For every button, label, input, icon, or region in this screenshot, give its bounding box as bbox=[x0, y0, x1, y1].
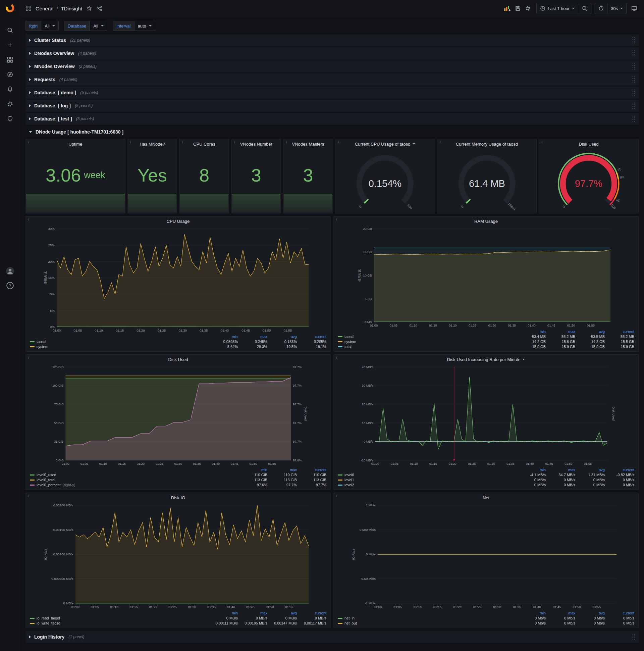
legend-header-max[interactable]: max bbox=[546, 468, 576, 472]
legend-header-max[interactable]: max bbox=[546, 611, 576, 615]
panel-title[interactable]: Uptime bbox=[26, 139, 125, 149]
legend-header-avg[interactable]: avg bbox=[576, 468, 605, 472]
breadcrumb-folder[interactable]: General bbox=[36, 6, 53, 11]
share-dashboard-button[interactable] bbox=[94, 3, 104, 13]
user-avatar[interactable] bbox=[6, 267, 14, 277]
legend-header-max[interactable]: max bbox=[238, 611, 268, 615]
panel-title[interactable]: Disk Used Increasing Rate per Minute bbox=[334, 355, 638, 364]
variable-database-label[interactable]: Database bbox=[64, 21, 90, 31]
add-panel-button[interactable] bbox=[502, 3, 513, 14]
panel-title[interactable]: CPU Usage bbox=[26, 216, 330, 226]
zoom-out-time-button[interactable] bbox=[578, 3, 591, 14]
variable-database-value[interactable]: All bbox=[90, 21, 107, 31]
panel-info-icon[interactable]: i bbox=[28, 494, 29, 498]
help-icon[interactable]: ? bbox=[6, 282, 14, 291]
legend-header-max[interactable]: max bbox=[546, 330, 576, 334]
legend-header-min[interactable]: min bbox=[209, 611, 238, 615]
time-range-picker[interactable]: Last 1 hour bbox=[537, 3, 578, 14]
panel-info-icon[interactable]: i bbox=[541, 140, 542, 144]
legend-series-level0[interactable]: level0 bbox=[338, 473, 517, 477]
panel-info-icon[interactable]: i bbox=[336, 494, 337, 498]
chart-plot-area[interactable]: 20 GB15 GB10 GB5 GB0 MB01:0001:0501:1001… bbox=[334, 226, 638, 329]
legend-series-level0_used[interactable]: level0_used bbox=[30, 473, 238, 477]
configuration-gear-icon[interactable] bbox=[0, 97, 20, 112]
legend-series-level0_percent[interactable]: level0_percent(right-y) bbox=[30, 483, 238, 487]
legend-series-level2[interactable]: level2 bbox=[338, 483, 517, 487]
variable-interval-value[interactable]: auto bbox=[134, 21, 155, 31]
dashboards-icon[interactable] bbox=[0, 52, 20, 67]
legend-series-net_in[interactable]: net_in bbox=[338, 616, 517, 620]
dashboard-settings-button[interactable] bbox=[523, 3, 533, 13]
row-drag-handle[interactable] bbox=[632, 89, 635, 97]
variable-interval-label[interactable]: Interval bbox=[113, 21, 134, 31]
row-drag-handle[interactable] bbox=[632, 75, 635, 84]
chart-plot-area[interactable]: 30%25%20%15%10%5%0%01:0001:0501:1001:150… bbox=[26, 226, 330, 334]
legend-header-current[interactable]: current bbox=[297, 611, 327, 615]
breadcrumb-dashboard[interactable]: TDinsight bbox=[61, 6, 82, 11]
panel-title[interactable]: Current Memory Usage of taosd bbox=[438, 139, 537, 149]
legend-series-taosd[interactable]: taosd bbox=[30, 340, 209, 344]
panel-info-icon[interactable]: i bbox=[28, 217, 29, 221]
create-add-icon[interactable] bbox=[0, 38, 20, 52]
chart-plot-area[interactable]: 1 Mb/s0.500 Mb/s0 Mb/s-0.50 Mb/s-1 Mb/s0… bbox=[334, 502, 638, 610]
legend-series-net_out[interactable]: net_out bbox=[338, 621, 517, 625]
row-drag-handle[interactable] bbox=[632, 633, 635, 641]
legend-header-current[interactable]: current bbox=[605, 468, 635, 472]
panel-title[interactable]: Net bbox=[334, 493, 638, 502]
panel-title[interactable]: Disk Used bbox=[26, 355, 330, 364]
panel-title[interactable]: Current CPU Usage of taosd bbox=[335, 139, 435, 149]
legend-header-current[interactable]: current bbox=[605, 611, 635, 615]
legend-header-min[interactable]: min bbox=[517, 468, 546, 472]
legend-header-avg[interactable]: avg bbox=[576, 611, 605, 615]
save-dashboard-button[interactable] bbox=[513, 3, 523, 13]
panel-info-icon[interactable]: i bbox=[234, 140, 235, 144]
row-dnode-usage[interactable]: DNode Usage [ huolinhe-TM1701:6030 ] bbox=[26, 126, 639, 138]
legend-header-min[interactable]: min bbox=[209, 335, 238, 339]
panel-info-icon[interactable]: i bbox=[440, 140, 441, 144]
row-drag-handle[interactable] bbox=[632, 49, 635, 57]
legend-header-max[interactable]: max bbox=[238, 335, 268, 339]
legend-header-current[interactable]: current bbox=[297, 468, 327, 472]
row-database-log[interactable]: Database: [ log ](5 panels) bbox=[26, 100, 639, 112]
legend-series-level1[interactable]: level1 bbox=[338, 478, 517, 482]
kiosk-mode-button[interactable] bbox=[629, 3, 639, 13]
legend-series-taosd[interactable]: taosd bbox=[338, 335, 517, 339]
legend-header-avg[interactable]: avg bbox=[268, 611, 297, 615]
chart-plot-area[interactable]: 0.00200 MB/s0.00150 MB/s0.00100 MB/s0.00… bbox=[26, 502, 330, 610]
legend-series-io_read_taosd[interactable]: io_read_taosd bbox=[30, 616, 209, 620]
chart-plot-area[interactable]: 40 MB/s30 MB/s20 MB/s10 MB/s0 MB/s-10 MB… bbox=[334, 364, 638, 467]
grafana-logo-icon[interactable] bbox=[5, 3, 15, 14]
panel-info-icon[interactable]: i bbox=[338, 140, 339, 144]
refresh-interval-picker[interactable]: 30s bbox=[607, 3, 626, 14]
panel-info-icon[interactable]: i bbox=[28, 140, 29, 144]
panel-info-icon[interactable]: i bbox=[182, 140, 183, 144]
legend-series-system[interactable]: system bbox=[338, 340, 517, 344]
legend-header-avg[interactable]: avg bbox=[576, 330, 605, 334]
row-drag-handle[interactable] bbox=[632, 102, 635, 110]
legend-series-system[interactable]: system bbox=[30, 345, 209, 349]
search-icon[interactable] bbox=[0, 23, 20, 38]
legend-series-total[interactable]: total bbox=[338, 345, 517, 349]
row-drag-handle[interactable] bbox=[632, 62, 635, 70]
alerting-bell-icon[interactable] bbox=[0, 82, 20, 97]
row-database-demo[interactable]: Database: [ demo ](5 panels) bbox=[26, 87, 639, 99]
legend-header-current[interactable]: current bbox=[297, 335, 327, 339]
row-database-test[interactable]: Database: [ test ](5 panels) bbox=[26, 113, 639, 125]
legend-header-min[interactable]: min bbox=[517, 611, 546, 615]
panel-title[interactable]: CPU Cores bbox=[180, 139, 229, 149]
chart-plot-area[interactable]: 125 GiB100 GiB75 GiB50 GiB25 GiB0 GiB97.… bbox=[26, 364, 330, 467]
row-dnodes-overview[interactable]: DNodes Overview(4 panels) bbox=[26, 47, 639, 59]
legend-header-min[interactable]: min bbox=[517, 330, 546, 334]
legend-header-avg[interactable]: avg bbox=[268, 335, 297, 339]
refresh-button[interactable] bbox=[595, 3, 607, 14]
row-mnodes-overview[interactable]: MNodes Overview(2 panels) bbox=[26, 60, 639, 72]
panel-title[interactable]: VNodes Number bbox=[231, 139, 281, 149]
panel-info-icon[interactable]: i bbox=[336, 355, 337, 360]
row-requests[interactable]: Requests(4 panels) bbox=[26, 73, 639, 86]
row-drag-handle[interactable] bbox=[632, 36, 635, 44]
panel-title[interactable]: Has MNode? bbox=[128, 139, 177, 149]
row-login-history[interactable]: Login History (1 panel) bbox=[26, 631, 639, 643]
panel-info-icon[interactable]: i bbox=[130, 140, 131, 144]
panel-info-icon[interactable]: i bbox=[336, 217, 337, 221]
panel-title[interactable]: Disk Used bbox=[539, 139, 638, 149]
